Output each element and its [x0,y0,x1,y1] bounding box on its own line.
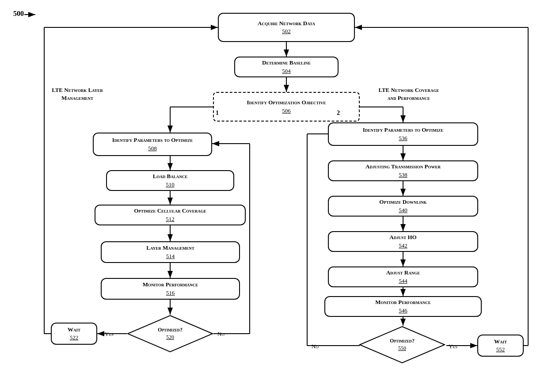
adj-tx-label: Adjusting Transmission Power [365,163,441,171]
yes-550-label: Yes [449,343,457,350]
monitor-516-label: Monitor Performance [143,281,198,289]
adj-range-label: Adjust Range [386,269,420,277]
wait-522-node: Wait 522 [51,323,97,345]
adj-tx-number: 538 [399,171,407,179]
branch-2-label: 2 [337,110,340,117]
monitor-516-node: Monitor Performance 516 [101,278,240,300]
adj-ho-node: Adjust HO 542 [328,231,478,252]
acquire-label: Acquire Network Data [258,20,315,27]
optimized-550-number: 550 [398,345,406,352]
optimized-520-label: Optimized? [158,327,183,334]
identify-536-node: Identify Parameters to Optimize 536 [328,122,478,146]
monitor-516-number: 516 [166,289,175,297]
optimize-cellular-label: Optimize Cellular Coverage [134,207,206,215]
wait-552-node: Wait 552 [477,335,524,357]
monitor-546-label: Monitor Performance [375,299,430,306]
wait-522-label: Wait [68,326,80,334]
lte-layer-label: LTE Network LayerManagement [44,86,110,102]
opt-downlink-label: Optimize Downlink [379,198,426,206]
wait-522-number: 522 [70,334,79,341]
optimized-520-number: 520 [166,334,174,341]
layer-mgmt-number: 514 [166,253,175,260]
figure-label: 500 [13,10,24,18]
determine-number: 504 [282,68,291,75]
identify-508-label: Identify Parameters to Optimize [112,137,193,144]
optimized-550-label: Optimized? [390,338,415,345]
identify-508-node: Identify Parameters to Optimize 508 [93,133,212,156]
acquire-number: 502 [282,28,291,35]
identify-obj-number: 506 [282,107,291,114]
layer-mgmt-label: Layer Management [146,244,194,252]
diagram: 500 [0,0,548,392]
adj-range-number: 544 [399,278,407,285]
adj-ho-label: Adjust HO [389,234,416,241]
no-550-label: No [312,343,319,350]
monitor-546-number: 546 [399,307,407,314]
layer-mgmt-node: Layer Management 514 [101,241,240,263]
identify-536-label: Identify Parameters to Optimize [363,126,444,134]
yes-520-label: Yes [105,331,114,338]
adj-range-node: Adjust Range 544 [328,266,478,287]
load-balance-number: 510 [166,181,175,188]
identify-508-number: 508 [148,145,157,152]
optimized-520-node: Optimized? 520 [127,315,213,353]
opt-downlink-node: Optimize Downlink 540 [328,196,478,217]
identify-obj-node: Identify Optimization Ojbective 506 [213,92,360,122]
identify-536-number: 536 [399,135,407,142]
optimize-cellular-node: Optimize Cellular Coverage 512 [95,205,246,225]
load-balance-node: Load Balance 510 [106,170,234,191]
identify-obj-label: Identify Optimization Ojbective [247,99,326,107]
adj-tx-node: Adjusting Transmission Power 538 [328,160,478,181]
branch-1-label: 1 [216,110,219,117]
acquire-node: Acquire Network Data 502 [218,13,355,42]
no-520-label: No [217,331,225,338]
wait-552-label: Wait [494,338,507,346]
optimize-cellular-number: 512 [166,216,175,223]
monitor-546-node: Monitor Performance 546 [324,296,482,317]
load-balance-label: Load Balance [153,173,188,180]
optimized-550-node: Optimized? 550 [359,326,445,364]
opt-downlink-number: 540 [399,207,407,214]
lte-coverage-label: LTE Network Coverageand Performance [373,86,444,102]
wait-552-number: 552 [496,346,505,353]
determine-label: Determine Baseline [262,59,311,67]
determine-node: Determine Baseline 504 [234,57,339,77]
adj-ho-number: 542 [399,242,407,249]
